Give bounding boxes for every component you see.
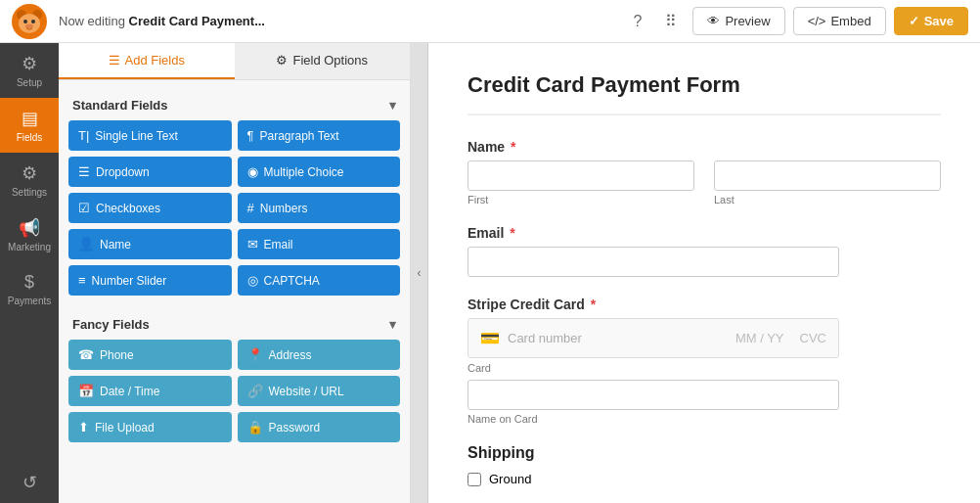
topbar-title: Now editing Credit Card Payment... <box>59 14 625 28</box>
shipping-label: Shipping <box>468 444 941 462</box>
gear-icon: ⚙ <box>22 53 37 74</box>
shipping-ground-checkbox[interactable] <box>468 473 481 486</box>
svg-point-3 <box>19 14 40 33</box>
captcha-icon: ◎ <box>247 273 258 288</box>
fields-icon: ▤ <box>22 108 38 129</box>
file-upload-icon: ⬆ <box>78 420 89 434</box>
paragraph-text-icon: ¶ <box>247 128 254 143</box>
name-last-group: Last <box>714 160 941 206</box>
field-btn-multiple-choice[interactable]: ◉ Multiple Choice <box>238 157 401 187</box>
name-on-card-label: Name on Card <box>468 413 941 425</box>
card-number-placeholder: Card number <box>508 331 582 345</box>
multiple-choice-icon: ◉ <box>247 164 258 179</box>
svg-point-6 <box>25 23 33 28</box>
embed-button[interactable]: </> Embed <box>793 7 886 35</box>
name-first-label: First <box>468 194 694 206</box>
field-btn-paragraph-text[interactable]: ¶ Paragraph Text <box>238 120 401 151</box>
save-button[interactable]: ✓ Save <box>894 7 968 35</box>
single-line-text-icon: T| <box>78 128 89 143</box>
name-field: Name * First Last <box>468 139 941 206</box>
eye-icon: 👁 <box>707 14 720 28</box>
code-icon: </> <box>808 14 826 28</box>
shipping-field: Shipping Ground <box>468 444 941 486</box>
grid-icon-button[interactable]: ⠿ <box>657 8 685 34</box>
name-first-input[interactable] <box>468 160 694 191</box>
email-icon: ✉ <box>247 237 258 252</box>
sidenav-item-setup[interactable]: ⚙ Setup <box>0 43 59 98</box>
field-options-icon: ⚙ <box>276 53 288 68</box>
fancy-fields-grid: ☎ Phone 📍 Address 📅 Date / Time 🔗 Websit… <box>68 340 400 442</box>
name-last-input[interactable] <box>714 160 941 191</box>
shipping-ground-label: Ground <box>489 472 531 486</box>
field-btn-website-url[interactable]: 🔗 Website / URL <box>238 376 401 406</box>
check-icon: ✓ <box>909 14 919 28</box>
card-date-placeholder: MM / YY <box>735 331 784 345</box>
sidenav-item-history[interactable]: ↺ <box>0 462 59 503</box>
credit-card-icon: 💳 <box>480 329 500 347</box>
help-icon-button[interactable]: ? <box>625 9 649 34</box>
name-row: First Last <box>468 160 941 206</box>
preview-button[interactable]: 👁 Preview <box>692 7 784 35</box>
standard-fields-header: Standard Fields ▾ <box>68 90 400 120</box>
fancy-fields-chevron[interactable]: ▾ <box>389 317 396 332</box>
date-time-icon: 📅 <box>78 384 94 398</box>
email-required: * <box>510 225 514 241</box>
sidenav-label-setup: Setup <box>17 77 42 88</box>
standard-fields-grid: T| Single Line Text ¶ Paragraph Text ☰ D… <box>68 120 400 296</box>
form-title: Credit Card Payment Form <box>468 72 941 115</box>
email-label: Email * <box>468 225 941 241</box>
app-logo <box>12 4 47 39</box>
name-last-label: Last <box>714 194 941 206</box>
topbar: Now editing Credit Card Payment... ? ⠿ 👁… <box>0 0 980 43</box>
field-btn-date-time[interactable]: 📅 Date / Time <box>68 376 232 406</box>
name-on-card-input[interactable] <box>468 380 839 410</box>
sidenav-item-fields[interactable]: ▤ Fields <box>0 98 59 153</box>
fields-tabs: ☰ Add Fields ⚙ Field Options <box>59 43 410 80</box>
field-btn-address[interactable]: 📍 Address <box>238 340 401 370</box>
stripe-field-group: Stripe Credit Card * 💳 Card number MM / … <box>468 297 941 425</box>
fields-panel: ☰ Add Fields ⚙ Field Options Standard Fi… <box>59 43 411 503</box>
sidenav-item-settings[interactable]: ⚙ Settings <box>0 153 59 207</box>
field-btn-file-upload[interactable]: ⬆ File Upload <box>68 412 232 442</box>
sidenav-label-marketing: Marketing <box>8 242 51 252</box>
main-layout: ⚙ Setup ▤ Fields ⚙ Settings 📢 Marketing … <box>0 43 980 503</box>
sidenav: ⚙ Setup ▤ Fields ⚙ Settings 📢 Marketing … <box>0 43 59 503</box>
field-btn-captcha[interactable]: ◎ CAPTCHA <box>238 265 401 296</box>
website-url-icon: 🔗 <box>247 384 263 398</box>
sidenav-item-marketing[interactable]: 📢 Marketing <box>0 207 59 262</box>
field-btn-numbers[interactable]: # Numbers <box>238 193 401 223</box>
field-btn-phone[interactable]: ☎ Phone <box>68 340 232 370</box>
name-label: Name * <box>468 139 941 155</box>
field-btn-password[interactable]: 🔒 Password <box>238 412 401 442</box>
panel-toggle[interactable]: ‹ <box>411 43 428 503</box>
field-btn-checkboxes[interactable]: ☑ Checkboxes <box>68 193 232 223</box>
standard-fields-chevron[interactable]: ▾ <box>389 98 396 113</box>
sidenav-item-payments[interactable]: $ Payments <box>0 262 59 316</box>
history-icon: ↺ <box>22 472 37 493</box>
field-btn-name[interactable]: 👤 Name <box>68 229 232 259</box>
form-preview: Credit Card Payment Form Name * First La… <box>428 43 980 503</box>
field-btn-email[interactable]: ✉ Email <box>238 229 401 259</box>
tab-field-options[interactable]: ⚙ Field Options <box>235 43 411 79</box>
address-icon: 📍 <box>247 347 263 362</box>
checkboxes-icon: ☑ <box>78 201 90 215</box>
field-btn-number-slider[interactable]: ≡ Number Slider <box>68 265 232 296</box>
tab-add-fields[interactable]: ☰ Add Fields <box>59 43 235 79</box>
stripe-card-input[interactable]: 💳 Card number MM / YY CVC <box>468 318 839 358</box>
settings-icon: ⚙ <box>22 162 37 184</box>
name-required: * <box>511 139 515 155</box>
sidenav-label-settings: Settings <box>12 187 47 198</box>
field-btn-single-line-text[interactable]: T| Single Line Text <box>68 120 232 151</box>
name-first-group: First <box>468 160 694 206</box>
name-icon: 👤 <box>78 237 94 252</box>
fields-content: Standard Fields ▾ T| Single Line Text ¶ … <box>59 80 410 503</box>
field-btn-dropdown[interactable]: ☰ Dropdown <box>68 157 232 187</box>
fancy-fields-header: Fancy Fields ▾ <box>68 309 400 340</box>
card-cvc-placeholder: CVC <box>800 331 826 345</box>
stripe-required: * <box>591 297 596 312</box>
topbar-actions: ? ⠿ 👁 Preview </> Embed ✓ Save <box>625 7 968 35</box>
sidenav-label-payments: Payments <box>8 296 51 306</box>
email-input[interactable] <box>468 247 839 277</box>
add-fields-icon: ☰ <box>109 53 120 68</box>
email-field: Email * <box>468 225 941 277</box>
